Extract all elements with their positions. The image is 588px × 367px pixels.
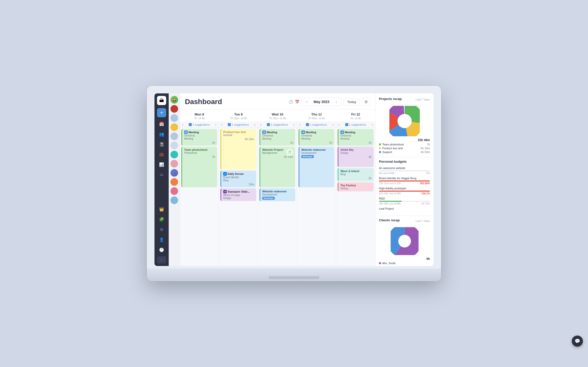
suggestion-thu-expand[interactable]: ∧ bbox=[332, 123, 334, 126]
budget-bar-bg-3 bbox=[379, 191, 430, 192]
suggestion-fri: ∨ 1 suggestions ∧ bbox=[336, 122, 375, 127]
avatar-11[interactable] bbox=[170, 187, 178, 195]
sidebar-item-chart[interactable]: 📊 bbox=[157, 160, 166, 169]
clients-recap-header: Clients recap Last 7 days bbox=[379, 218, 430, 223]
legend-mrs-smith: Mrs. Smith bbox=[379, 262, 430, 265]
day-name-wed: Wed 10 bbox=[260, 112, 295, 116]
suggestion-mon-collapse[interactable]: ∨ bbox=[182, 123, 184, 126]
prev-month-button[interactable]: ‹ bbox=[304, 99, 310, 105]
event-product-tour[interactable]: Product tour test General 5h 15m bbox=[220, 129, 256, 170]
avatar-9[interactable] bbox=[170, 169, 178, 177]
sidebar-item-crown[interactable]: 👑 bbox=[157, 205, 166, 214]
sidebar-item-puzzle[interactable]: 🧩 bbox=[157, 215, 166, 224]
legend-dot-product bbox=[379, 147, 381, 149]
event-toy-factory[interactable]: Toy Factory Debug bbox=[338, 182, 374, 191]
projects-legend: Team photoshoot 7h Product tour test 5h … bbox=[379, 143, 430, 154]
main-content: Dashboard 🕐 📅 ‹ May 2023 › Today ⚙ bbox=[180, 93, 375, 266]
avatar-3[interactable] bbox=[170, 114, 178, 122]
event-meeting-wed[interactable]: ▦ Meeting Ominimia Meeting 1h bbox=[260, 129, 295, 146]
day-col-tue: Product tour test General 5h 15m ◉ Daily… bbox=[219, 127, 258, 266]
sidebar-item-briefcase[interactable]: 💼 bbox=[157, 150, 166, 159]
legend-item-photoshoot: Team photoshoot 7h bbox=[379, 143, 430, 146]
avatar-4[interactable] bbox=[170, 123, 178, 131]
main-header: Dashboard 🕐 📅 ‹ May 2023 › Today ⚙ bbox=[180, 93, 375, 109]
avatar-2[interactable] bbox=[170, 105, 178, 113]
sidebar-item-user[interactable]: 👤 bbox=[157, 235, 166, 244]
event-daily-scrum[interactable]: ◉ Daily Scrum Brand Identity Blog 15m bbox=[220, 171, 256, 187]
meeting-icon-fri: ▦ bbox=[340, 130, 344, 134]
suggestion-row: ∨ 1 suggestions ∧ ∨ 1 suggestions bbox=[180, 122, 375, 127]
legend-dot-photoshoot bbox=[379, 143, 381, 145]
timer-icon: ⏱ bbox=[286, 149, 293, 156]
event-website-makeover-wed[interactable]: Website makeover Development Mockups bbox=[260, 188, 295, 201]
suggestion-wed: ∨ 1 suggestions ∧ bbox=[258, 122, 297, 127]
clients-recap-title: Clients recap bbox=[379, 218, 400, 222]
suggestion-mon-expand[interactable]: ∧ bbox=[215, 123, 217, 126]
budget-bar-fill-4 bbox=[379, 201, 402, 202]
chat-bubble[interactable]: 💬 bbox=[572, 336, 583, 347]
sidebar-item-history[interactable]: 🕐 bbox=[157, 245, 166, 254]
legend-label-photoshoot: Team photoshoot bbox=[382, 143, 404, 146]
day-col-wed: ▦ Meeting Ominimia Meeting 1h Website Pr… bbox=[258, 127, 297, 266]
suggestion-tue-expand[interactable]: ∧ bbox=[254, 123, 256, 126]
calendar-icon: 📅 bbox=[295, 100, 299, 104]
sidebar-item-people[interactable]: 👥 bbox=[157, 129, 166, 139]
budget-bar-bg-4 bbox=[379, 201, 430, 202]
budget-leaf: Leaf Project bbox=[379, 207, 430, 211]
event-wave-island[interactable]: Wave & Island Blog 2h bbox=[338, 168, 374, 181]
day-header-wed: Wed 10 7h 25m of 8h bbox=[258, 111, 297, 122]
sidebar-collapse-button[interactable]: › bbox=[157, 256, 166, 263]
avatar-12[interactable] bbox=[170, 196, 178, 204]
event-website-makeover-thu[interactable]: Website makeover Development Mockups bbox=[299, 147, 334, 187]
outlook-icon: ◉ bbox=[223, 172, 227, 176]
suggestion-wed-expand[interactable]: ∧ bbox=[293, 123, 295, 126]
suggestion-fri-collapse[interactable]: ∨ bbox=[338, 123, 340, 126]
sidebar-item-book[interactable]: 📓 bbox=[157, 140, 166, 149]
day-name-thu: Thu 11 bbox=[299, 112, 334, 116]
svg-point-5 bbox=[397, 114, 412, 128]
settings-button[interactable]: ⚙ bbox=[362, 98, 370, 106]
next-month-button[interactable]: › bbox=[333, 99, 339, 105]
suggestion-wed-collapse[interactable]: ∨ bbox=[260, 123, 262, 126]
day-hours-tue: 7h 30m of 8h bbox=[221, 117, 256, 120]
day-name-fri: Fri 12 bbox=[338, 112, 373, 116]
avatar-7[interactable] bbox=[170, 151, 178, 158]
clock-icon: 🕐 bbox=[289, 100, 293, 104]
day-name-mon: Mon 8 bbox=[182, 112, 217, 116]
legend-allure: Allure Paradise&Co bbox=[379, 265, 430, 266]
event-team-photoshoot[interactable]: Team photoshoot Photoshoot 7h bbox=[181, 147, 217, 187]
add-button[interactable]: + bbox=[157, 108, 166, 117]
budget-bar-bg-1 bbox=[379, 170, 430, 171]
today-button[interactable]: Today bbox=[343, 98, 360, 105]
avatar-6[interactable] bbox=[170, 142, 178, 149]
avatar-8[interactable] bbox=[170, 160, 178, 168]
sidebar-item-layers[interactable]: 🗂 bbox=[157, 170, 166, 179]
event-meeting-mon[interactable]: ▦ Meeting Ominimia Meeting 1h bbox=[181, 129, 217, 146]
legend-hours-photoshoot: 7h bbox=[427, 143, 430, 146]
pie-svg bbox=[389, 106, 420, 136]
suggestion-fri-expand[interactable]: ∧ bbox=[371, 123, 373, 126]
sidebar-item-calendar[interactable]: 📅 bbox=[157, 119, 166, 128]
sidebar: 🏔 + 📅 👥 📓 💼 📊 🗂 👑 🧩 ⚙ 👤 🕐 › bbox=[154, 93, 169, 266]
avatar-10[interactable] bbox=[170, 178, 178, 186]
event-violet-sky[interactable]: Violet Sky Design 3h bbox=[338, 147, 374, 167]
sidebar-logo: 🏔 bbox=[157, 96, 166, 105]
svg-point-8 bbox=[398, 235, 411, 247]
suggestion-thu-collapse[interactable]: ∨ bbox=[299, 123, 301, 126]
day-header-fri: Fri 12 7h of 8h bbox=[336, 111, 375, 122]
mockups-badge-wed: Mockups bbox=[262, 197, 275, 200]
page-title: Dashboard bbox=[185, 98, 222, 106]
event-website-project[interactable]: Website Project Management ⏱ 4h 13m bbox=[260, 147, 295, 187]
day-col-thu: ▦ Meeting Ominimia Meeting 1h Website ma… bbox=[297, 127, 336, 266]
day-header-tue: Tue 9 7h 30m of 8h bbox=[219, 111, 258, 122]
avatar-1[interactable]: 🌄 bbox=[170, 96, 178, 104]
avatar-5[interactable] bbox=[170, 132, 178, 140]
event-meeting-thu[interactable]: ▦ Meeting Ominimia Meeting 1h bbox=[299, 129, 334, 146]
personal-budgets-header: Personal budgets bbox=[379, 160, 430, 164]
suggestion-tue-collapse[interactable]: ∨ bbox=[221, 123, 223, 126]
event-meeting-fri[interactable]: ▦ Meeting Ominimia Meeting 1h bbox=[338, 129, 374, 146]
day-col-fri: ▦ Meeting Ominimia Meeting 1h Violet Sky… bbox=[336, 127, 375, 266]
sidebar-item-gear[interactable]: ⚙ bbox=[157, 225, 166, 234]
mockups-badge-thu: Mockups bbox=[301, 155, 314, 158]
event-stampare[interactable]: ◈ Stampare Obbi... About Us page Design bbox=[220, 188, 256, 201]
